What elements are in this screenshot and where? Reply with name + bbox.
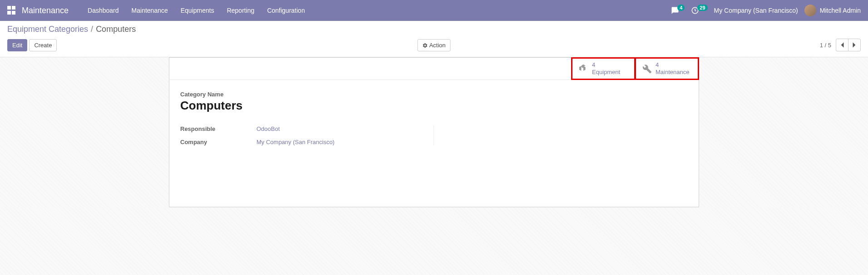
action-dropdown[interactable]: Action <box>417 39 450 51</box>
stat-maintenance-button[interactable]: 4 Maintenance <box>635 58 699 80</box>
breadcrumb: Equipment Categories / Computers <box>7 25 861 34</box>
responsible-value[interactable]: OdooBot <box>256 125 280 132</box>
menu-reporting[interactable]: Reporting <box>221 0 261 21</box>
menu-configuration[interactable]: Configuration <box>261 0 311 21</box>
messages-badge: 4 <box>677 5 685 11</box>
activities-badge: 29 <box>697 5 707 11</box>
user-menu[interactable]: Mitchell Admin <box>804 5 861 16</box>
pager: 1 / 5 <box>820 39 861 51</box>
chevron-left-icon <box>840 42 844 48</box>
control-panel: Equipment Categories / Computers Edit Cr… <box>0 21 868 57</box>
apps-icon[interactable] <box>7 6 16 15</box>
pager-prev[interactable] <box>836 39 848 51</box>
responsible-label: Responsible <box>180 125 253 132</box>
breadcrumb-current: Computers <box>96 25 136 34</box>
gear-icon <box>422 43 428 48</box>
stat-equipment-count: 4 <box>592 61 620 69</box>
avatar <box>804 5 816 16</box>
company-value[interactable]: My Company (San Francisco) <box>256 139 335 145</box>
pager-next[interactable] <box>848 39 861 51</box>
menu-maintenance[interactable]: Maintenance <box>125 0 174 21</box>
stat-equipment-label: Equipment <box>592 69 620 76</box>
cubes-icon <box>578 64 588 74</box>
menu-equipments[interactable]: Equipments <box>174 0 221 21</box>
top-nav: Maintenance Dashboard Maintenance Equipm… <box>0 0 868 21</box>
breadcrumb-separator: / <box>91 25 93 34</box>
form-sheet: 4 Equipment 4 Maintenance Category Name … <box>169 57 699 207</box>
pager-value[interactable]: 1 / 5 <box>820 42 831 49</box>
messages-tray[interactable]: 4 <box>671 6 685 15</box>
breadcrumb-parent[interactable]: Equipment Categories <box>7 25 88 34</box>
chevron-right-icon <box>852 42 857 48</box>
activities-tray[interactable]: 29 <box>691 6 707 15</box>
main-menu: Dashboard Maintenance Equipments Reporti… <box>81 0 311 21</box>
create-button[interactable]: Create <box>29 39 57 51</box>
stat-maintenance-count: 4 <box>656 61 689 69</box>
stat-buttons: 4 Equipment 4 Maintenance <box>169 58 699 80</box>
edit-button[interactable]: Edit <box>7 39 27 51</box>
company-label: Company <box>180 139 253 145</box>
category-name-value: Computers <box>180 99 688 113</box>
company-switcher[interactable]: My Company (San Francisco) <box>714 7 798 14</box>
stat-equipment-button[interactable]: 4 Equipment <box>572 58 635 80</box>
user-name: Mitchell Admin <box>820 7 861 14</box>
wrench-icon <box>642 64 652 74</box>
menu-dashboard[interactable]: Dashboard <box>81 0 125 21</box>
category-name-label: Category Name <box>180 91 688 98</box>
app-brand[interactable]: Maintenance <box>22 6 69 15</box>
stat-maintenance-label: Maintenance <box>656 69 689 76</box>
